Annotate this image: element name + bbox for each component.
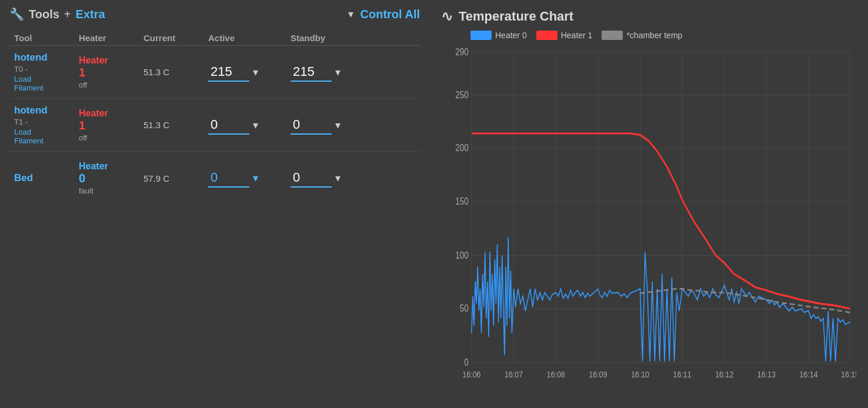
legend-heater1: Heater 1 [536, 31, 593, 40]
tool-cell-bed: Bed [14, 172, 79, 184]
active-dropdown-bed[interactable]: ▾ [253, 172, 258, 185]
heater-cell-bed: Heater 0 fault [79, 161, 143, 195]
heater-status-bed: fault [79, 186, 94, 195]
left-panel: 🔧 Tools + Extra ▾ Control All Tool Heate… [0, 0, 429, 408]
standby-cell-t0: ▾ [291, 63, 367, 82]
load-filament-link-t1[interactable]: LoadFilament [14, 128, 79, 145]
extra-button[interactable]: Extra [76, 8, 105, 21]
tool-name-hotend1: hotend [14, 52, 79, 63]
svg-text:150: 150 [455, 196, 469, 207]
chart-title-text: Temperature Chart [459, 9, 573, 24]
legend-heater0: Heater 0 [470, 31, 527, 40]
svg-rect-0 [441, 45, 856, 400]
legend-label-heater0: Heater 0 [495, 31, 527, 40]
svg-text:16:08: 16:08 [547, 369, 565, 379]
svg-text:200: 200 [455, 142, 469, 153]
tool-sub-t1: T1 - [14, 118, 79, 126]
legend-swatch-gray [602, 31, 623, 40]
svg-text:16:06: 16:06 [462, 369, 480, 379]
legend-chamber: *chamber temp [602, 31, 682, 40]
col-standby: Standby [291, 33, 367, 43]
heater-status-t0: off [79, 81, 87, 89]
standby-dropdown-t0[interactable]: ▾ [335, 66, 340, 79]
legend-label-chamber: *chamber temp [626, 31, 682, 40]
table-row: hotend T1 - LoadFilament Heater 1 off 51… [9, 99, 420, 152]
svg-text:16:15: 16:15 [841, 369, 856, 379]
toolbar: 🔧 Tools + Extra ▾ Control All [9, 7, 420, 21]
legend-swatch-red [536, 31, 557, 40]
heater-label-bed: Heater 0 [79, 161, 108, 185]
table-header: Tool Heater Current Active Standby [9, 31, 420, 46]
svg-text:16:12: 16:12 [715, 369, 733, 379]
current-t0: 51.3 C [143, 67, 208, 77]
standby-input-t0[interactable] [291, 63, 332, 82]
standby-input-bed[interactable] [291, 169, 332, 188]
active-dropdown-t1[interactable]: ▾ [253, 119, 258, 132]
standby-dropdown-t1[interactable]: ▾ [335, 119, 340, 132]
svg-text:16:10: 16:10 [631, 369, 649, 379]
temperature-chart: 290 250 200 150 100 50 0 16:06 16:07 16:… [441, 45, 856, 400]
svg-text:16:13: 16:13 [757, 369, 776, 379]
tools-label: Tools [29, 8, 59, 21]
wrench-icon: 🔧 [9, 7, 24, 21]
chart-title-bar: ∿ Temperature Chart [441, 8, 856, 25]
control-all-dropdown-arrow[interactable]: ▾ [348, 8, 353, 21]
active-cell-bed: ▾ [208, 169, 291, 188]
tool-name-bed: Bed [14, 172, 79, 184]
standby-cell-t1: ▾ [291, 116, 367, 135]
current-bed: 57.9 C [143, 173, 208, 183]
right-panel: ∿ Temperature Chart Heater 0 Heater 1 *c… [429, 0, 868, 408]
svg-text:16:14: 16:14 [799, 369, 817, 379]
svg-text:100: 100 [455, 249, 469, 260]
active-input-bed[interactable] [208, 169, 249, 188]
load-filament-link-t0[interactable]: LoadFilament [14, 75, 79, 92]
col-active: Active [208, 33, 291, 43]
tool-cell-hotend1: hotend T0 - LoadFilament [14, 52, 79, 92]
active-input-t0[interactable] [208, 63, 249, 82]
svg-text:50: 50 [460, 303, 469, 314]
current-t1: 51.3 C [143, 120, 208, 130]
col-tool: Tool [14, 33, 79, 43]
control-all-button[interactable]: Control All [360, 8, 420, 21]
standby-dropdown-bed[interactable]: ▾ [335, 172, 340, 185]
heater-cell-t0: Heater 1 off [79, 55, 143, 89]
table-row: hotend T0 - LoadFilament Heater 1 off 51… [9, 46, 420, 99]
tool-name-hotend2: hotend [14, 105, 79, 116]
active-input-t1[interactable] [208, 116, 249, 135]
heater-cell-t1: Heater 1 off [79, 108, 143, 142]
legend-swatch-blue [470, 31, 492, 40]
heater-status-t1: off [79, 133, 87, 142]
col-current: Current [143, 33, 208, 43]
standby-input-t1[interactable] [291, 116, 332, 135]
svg-text:16:11: 16:11 [673, 369, 692, 379]
legend-label-heater1: Heater 1 [561, 31, 593, 40]
svg-text:250: 250 [455, 89, 469, 100]
svg-text:290: 290 [455, 46, 469, 57]
col-heater: Heater [79, 33, 143, 43]
active-cell-t1: ▾ [208, 116, 291, 135]
svg-text:16:09: 16:09 [589, 369, 607, 379]
svg-text:0: 0 [464, 357, 469, 368]
tool-sub-t0: T0 - [14, 65, 79, 73]
plus-label: + [64, 8, 71, 21]
heater-label-t1: Heater 1 [79, 108, 108, 132]
tool-cell-hotend2: hotend T1 - LoadFilament [14, 105, 79, 145]
chart-legend: Heater 0 Heater 1 *chamber temp [441, 31, 856, 40]
active-dropdown-t0[interactable]: ▾ [253, 66, 258, 79]
svg-text:16:07: 16:07 [505, 369, 523, 379]
chart-svg: 290 250 200 150 100 50 0 16:06 16:07 16:… [441, 45, 856, 400]
heater-label-t0: Heater 1 [79, 55, 108, 79]
standby-cell-bed: ▾ [291, 169, 367, 188]
chart-wave-icon: ∿ [441, 8, 453, 25]
active-cell-t0: ▾ [208, 63, 291, 82]
table-row: Bed Heater 0 fault 57.9 C ▾ ▾ [9, 152, 420, 205]
